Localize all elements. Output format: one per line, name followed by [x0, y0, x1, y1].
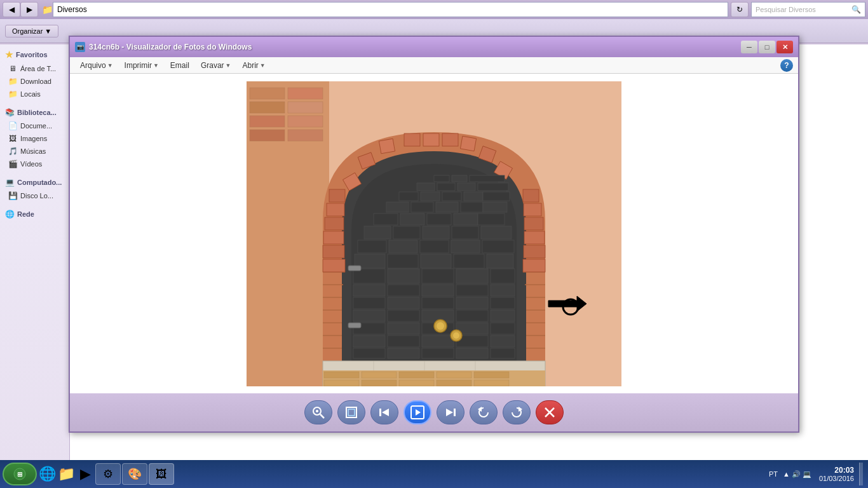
fit-window-button[interactable] — [337, 400, 365, 424]
taskbar-ie-button[interactable]: 🌐 — [38, 465, 56, 483]
menu-gravar[interactable]: Gravar ▼ — [196, 59, 236, 72]
svg-rect-61 — [388, 310, 419, 322]
clock[interactable]: 20:03 01/03/2016 — [819, 466, 854, 482]
svg-rect-103 — [461, 202, 483, 212]
organize-button[interactable]: Organizar ▼ — [5, 25, 58, 37]
svg-rect-130 — [362, 372, 397, 378]
menu-bar: Arquivo ▼ Imprimir ▼ Email Gravar ▼ Abri… — [70, 57, 798, 74]
window-title-icon: 📷 — [75, 42, 85, 52]
svg-rect-59 — [491, 323, 515, 334]
svg-rect-86 — [389, 240, 417, 253]
sidebar-item-videos[interactable]: 🎬 Vídeos — [5, 158, 67, 170]
slideshow-icon — [410, 405, 425, 420]
window-titlebar: 📷 314cn6b - Visualizador de Fotos do Win… — [70, 37, 798, 57]
sidebar-item-images[interactable]: 🖼 Imagens — [5, 132, 67, 145]
taskbar-paint-item[interactable]: 🎨 — [122, 463, 147, 485]
svg-rect-93 — [452, 226, 478, 239]
svg-rect-73 — [456, 285, 488, 296]
svg-rect-3 — [288, 88, 323, 99]
taskbar-media-button[interactable]: ▶ — [76, 465, 94, 483]
taskbar-chrome-item[interactable]: ⚙ — [95, 463, 121, 485]
sidebar-item-docs[interactable]: 📄 Docume... — [5, 119, 67, 132]
svg-rect-41 — [442, 133, 458, 146]
svg-rect-131 — [399, 372, 434, 378]
svg-rect-100 — [386, 202, 409, 212]
svg-rect-27 — [325, 217, 344, 230]
svg-rect-26 — [323, 231, 344, 244]
svg-rect-39 — [404, 133, 420, 146]
minimize-button[interactable]: ─ — [741, 41, 757, 53]
svg-rect-33 — [524, 217, 543, 230]
delete-button[interactable] — [536, 400, 564, 424]
svg-rect-45 — [353, 348, 385, 358]
svg-rect-32 — [524, 231, 545, 244]
next-button[interactable] — [437, 400, 465, 424]
maximize-button[interactable]: □ — [759, 41, 775, 53]
menu-abrir[interactable]: Abrir ▼ — [237, 59, 270, 72]
svg-rect-31 — [524, 245, 545, 258]
favorites-title: ★ Favoritos — [5, 50, 67, 60]
taskbar-viewer-item[interactable]: 🖼 — [149, 463, 174, 485]
svg-rect-52 — [422, 336, 454, 347]
sidebar-item-download[interactable]: 📁 Download — [5, 75, 67, 88]
svg-rect-51 — [388, 336, 419, 347]
close-button[interactable]: ✕ — [776, 41, 793, 53]
svg-rect-112 — [458, 183, 475, 191]
address-bar[interactable]: Diversos — [53, 2, 728, 17]
video-icon: 🎬 — [8, 159, 18, 169]
slideshow-button[interactable] — [403, 400, 431, 424]
help-button[interactable]: ? — [780, 59, 793, 72]
rotate-right-icon — [510, 405, 524, 419]
zoom-button[interactable] — [304, 400, 332, 424]
menu-email[interactable]: Email — [165, 59, 194, 72]
search-box[interactable]: Pesquisar Diversos 🔍 — [751, 2, 865, 17]
svg-rect-138 — [474, 380, 509, 386]
menu-arquivo[interactable]: Arquivo ▼ — [75, 59, 118, 72]
svg-rect-5 — [288, 102, 323, 113]
svg-rect-105 — [399, 192, 418, 201]
rotate-left-button[interactable] — [470, 400, 498, 424]
explorer-back-btn[interactable]: ◀ — [3, 2, 20, 17]
favorites-star-icon: ★ — [5, 50, 13, 60]
network-title: 🌐 Rede — [5, 210, 67, 219]
svg-rect-56 — [388, 323, 419, 334]
libraries-section: 📚 Biblioteca... 📄 Docume... 🖼 Imagens 🎵 … — [0, 103, 69, 173]
prev-icon — [377, 405, 391, 419]
sidebar-item-locais[interactable]: 📁 Locais — [5, 88, 67, 100]
sidebar-item-disk[interactable]: 💾 Disco Lo... — [5, 189, 67, 202]
svg-rect-2 — [250, 88, 285, 99]
svg-rect-129 — [324, 372, 359, 378]
show-desktop-button[interactable] — [859, 463, 863, 485]
menu-imprimir[interactable]: Imprimir ▼ — [119, 59, 164, 72]
desktop-icon: 🖥 — [8, 64, 18, 74]
previous-button[interactable] — [370, 400, 398, 424]
start-button[interactable]: ⊞ — [3, 463, 37, 485]
chrome-icon: ⚙ — [103, 467, 113, 481]
svg-rect-50 — [353, 336, 385, 347]
svg-rect-24 — [323, 259, 345, 272]
svg-rect-96 — [400, 214, 424, 225]
explorer-forward-btn[interactable]: ▶ — [20, 2, 38, 17]
svg-rect-60 — [353, 310, 385, 322]
window-title: 314cn6b - Visualizador de Fotos do Windo… — [89, 43, 737, 51]
paint-icon: 🎨 — [128, 467, 142, 481]
svg-rect-40 — [423, 133, 439, 146]
refresh-btn[interactable]: ↻ — [731, 2, 749, 17]
svg-rect-67 — [422, 297, 454, 309]
svg-rect-110 — [417, 183, 435, 191]
taskbar-explorer-button[interactable]: 📁 — [57, 465, 75, 483]
sidebar-item-desktop[interactable]: 🖥 Área de T... — [5, 62, 67, 75]
svg-line-142 — [320, 414, 324, 418]
sidebar-item-music[interactable]: 🎵 Músicas — [5, 145, 67, 158]
svg-rect-48 — [456, 348, 488, 358]
windows-logo: ⊞ — [13, 468, 26, 480]
fit-icon — [344, 405, 358, 419]
svg-marker-152 — [446, 409, 453, 416]
svg-rect-118 — [348, 323, 361, 328]
rotate-right-button[interactable] — [503, 400, 531, 424]
language-indicator: PT — [769, 470, 778, 478]
photo-icon: 🖼 — [156, 468, 167, 481]
svg-rect-30 — [523, 259, 545, 272]
network-icon: 🌐 — [5, 210, 15, 219]
svg-rect-92 — [423, 226, 449, 239]
